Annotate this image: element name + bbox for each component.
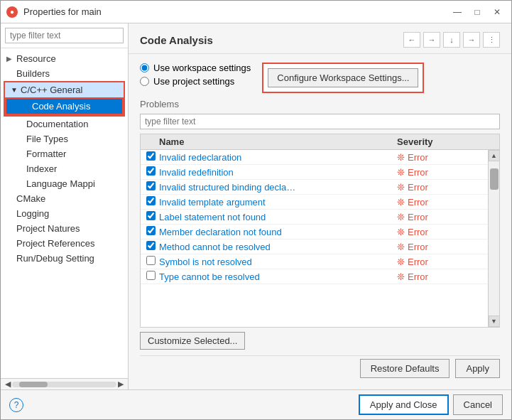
table-row: Type cannot be resolved ❊ Error	[141, 269, 488, 284]
sidebar-item-documentation[interactable]: Documentation	[1, 117, 128, 131]
restore-defaults-btn[interactable]: Restore Defaults	[360, 359, 450, 378]
sidebar-item-project-references[interactable]: Project References	[1, 236, 128, 251]
title-bar: ● Properties for main — □ ✕	[1, 1, 511, 23]
maximize-button[interactable]: □	[469, 5, 486, 19]
window-title: Properties for main	[23, 6, 449, 17]
sidebar-item-language-mapping[interactable]: Language Mappi	[1, 176, 128, 191]
row-checkbox[interactable]	[146, 151, 156, 161]
row-checkbox-area[interactable]	[146, 211, 159, 222]
row-checkbox[interactable]	[146, 211, 156, 220]
row-checkbox-area[interactable]	[146, 151, 159, 163]
row-name: Invalid template argument	[159, 197, 397, 208]
sidebar-filter-area	[1, 23, 128, 48]
sidebar-item-file-types[interactable]: File Types	[1, 131, 128, 146]
row-checkbox-area[interactable]	[146, 241, 159, 252]
row-checkbox-area[interactable]	[146, 271, 159, 282]
col-header-name: Name	[159, 136, 397, 147]
sidebar-item-label: CMake	[16, 193, 122, 204]
project-radio[interactable]	[140, 77, 149, 86]
workspace-radio[interactable]	[140, 63, 149, 72]
table-row: Invalid structured binding decla… ❊ Erro…	[141, 180, 488, 195]
severity-text: Error	[408, 152, 428, 163]
minimize-button[interactable]: —	[449, 5, 466, 19]
sidebar-item-label: Project References	[16, 238, 122, 249]
sidebar-item-project-natures[interactable]: Project Natures	[1, 221, 128, 236]
severity-text: Error	[408, 197, 428, 208]
error-icon: ❊	[397, 212, 405, 222]
apply-btn[interactable]: Apply	[455, 359, 500, 378]
properties-window: ● Properties for main — □ ✕ ▶ Resource	[0, 0, 512, 420]
nav-back-btn[interactable]: ←	[403, 32, 420, 48]
row-checkbox[interactable]	[146, 271, 156, 280]
row-name: Invalid redeclaration	[159, 152, 397, 163]
scroll-thumb[interactable]	[19, 382, 48, 387]
row-checkbox[interactable]	[146, 166, 156, 176]
row-checkbox-area[interactable]	[146, 181, 159, 193]
table-row: Method cannot be resolved ❊ Error	[141, 239, 488, 254]
sidebar-item-cmake[interactable]: CMake	[1, 191, 128, 206]
severity-text: Error	[408, 242, 428, 252]
row-checkbox[interactable]	[146, 241, 156, 250]
panel-action-buttons: Restore Defaults Apply	[140, 355, 500, 381]
sidebar-filter-input[interactable]	[5, 28, 124, 43]
table-row: Invalid template argument ❊ Error	[141, 195, 488, 210]
window-controls: — □ ✕	[449, 5, 506, 19]
sidebar-item-label: Run/Debug Setting	[16, 253, 122, 264]
main-content: ▶ Resource Builders ▼ C/C++ General	[1, 23, 511, 389]
row-checkbox-area[interactable]	[146, 166, 159, 178]
scroll-right-btn[interactable]: ▶	[116, 379, 125, 389]
severity-text: Error	[408, 212, 428, 222]
nav-forward-btn[interactable]: →	[423, 32, 440, 48]
project-radio-label: Use project settings	[153, 76, 234, 87]
top-controls: Use workspace settings Use project setti…	[140, 63, 500, 93]
sidebar-item-logging[interactable]: Logging	[1, 206, 128, 221]
problems-table: Name Severity Invalid redeclaration	[140, 134, 500, 328]
nav-down-btn[interactable]: ↓	[443, 32, 460, 48]
row-checkbox-area[interactable]	[146, 226, 159, 237]
row-severity: ❊ Error	[397, 152, 482, 163]
customize-selected-btn[interactable]: Customize Selected...	[140, 332, 245, 350]
sidebar-item-cpp-general[interactable]: ▼ C/C++ General	[5, 82, 124, 97]
use-workspace-option[interactable]: Use workspace settings	[140, 63, 251, 73]
nav-next-btn[interactable]: →	[463, 32, 480, 48]
row-checkbox-area[interactable]	[146, 196, 159, 208]
row-checkbox-area[interactable]	[146, 256, 159, 267]
row-name: Method cannot be resolved	[159, 242, 397, 252]
footer: ? Apply and Close Cancel	[1, 389, 511, 419]
row-checkbox[interactable]	[146, 196, 156, 205]
window-icon: ●	[6, 6, 18, 18]
cancel-btn[interactable]: Cancel	[453, 394, 503, 415]
nav-more-btn[interactable]: ⋮	[483, 32, 500, 48]
row-name: Invalid redefinition	[159, 167, 397, 178]
scroll-down-btn[interactable]: ▼	[489, 316, 500, 327]
row-severity: ❊ Error	[397, 242, 482, 252]
sidebar-item-resource[interactable]: ▶ Resource	[1, 51, 128, 66]
row-checkbox[interactable]	[146, 181, 156, 190]
sidebar-item-run-debug[interactable]: Run/Debug Setting	[1, 251, 128, 266]
scroll-left-btn[interactable]: ◀	[4, 379, 12, 389]
configure-workspace-btn[interactable]: Configure Workspace Settings...	[268, 68, 418, 87]
sidebar-item-formatter[interactable]: Formatter	[1, 146, 128, 161]
sidebar-item-builders[interactable]: Builders	[1, 66, 128, 81]
scroll-thumb[interactable]	[490, 168, 499, 190]
table-v-scrollbar[interactable]: ▲ ▼	[488, 150, 499, 327]
sidebar-item-code-analysis[interactable]: Code Analysis	[5, 97, 124, 115]
workspace-radio-label: Use workspace settings	[153, 63, 251, 73]
settings-radio-group: Use workspace settings Use project setti…	[140, 63, 251, 87]
row-severity: ❊ Error	[397, 167, 482, 178]
table-row: Label statement not found ❊ Error	[141, 210, 488, 225]
sidebar-h-scrollbar[interactable]: ◀ ▶	[1, 378, 128, 389]
row-checkbox[interactable]	[146, 226, 156, 235]
scroll-up-btn[interactable]: ▲	[489, 150, 500, 161]
sidebar-item-label: Language Mappi	[26, 178, 122, 189]
row-checkbox[interactable]	[146, 256, 156, 265]
sidebar-item-label: Indexer	[26, 163, 122, 174]
sidebar-item-indexer[interactable]: Indexer	[1, 161, 128, 176]
help-icon[interactable]: ?	[9, 398, 23, 412]
use-project-option[interactable]: Use project settings	[140, 76, 251, 87]
sidebar-item-label: File Types	[26, 134, 122, 144]
right-panel: Code Analysis ← → ↓ → ⋮ Use workspace s	[129, 23, 511, 389]
apply-and-close-btn[interactable]: Apply and Close	[359, 394, 449, 415]
close-button[interactable]: ✕	[489, 5, 506, 19]
problems-filter-input[interactable]	[140, 114, 500, 129]
